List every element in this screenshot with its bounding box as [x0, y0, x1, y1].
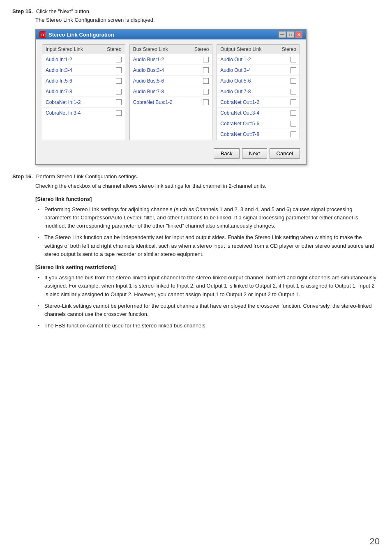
row-label-output-6[interactable]: CobraNet Out:5-6 [220, 121, 259, 127]
row-checkbox-input-2[interactable] [116, 78, 122, 84]
dialog-icon: D [39, 31, 46, 38]
row-checkbox-input-3[interactable] [116, 89, 122, 94]
row-checkbox-output-7[interactable] [291, 131, 296, 137]
table-row: CobraNet In:3-4 [42, 108, 125, 118]
row-checkbox-input-0[interactable] [116, 57, 122, 62]
list-item: ・The Stereo Link function can be indepen… [35, 233, 380, 258]
row-checkbox-output-1[interactable] [291, 67, 296, 73]
step16-block: Step 16. Perform Stereo Link Configurati… [12, 173, 380, 330]
col-header-stereo-bus: Stereo [194, 46, 209, 52]
row-label-input-3[interactable]: Audio In:7-8 [46, 89, 72, 94]
dialog-title: Stereo Link Configuration [48, 32, 114, 38]
table-row: CobraNet Out:7-8 [217, 129, 300, 140]
row-label-bus-0[interactable]: Audio Bus:1-2 [133, 57, 164, 62]
columns-container: Input Stereo LinkStereoAudio In:1-2Audio… [42, 44, 300, 140]
step16-sections: [Stereo link functions]・Performing Stere… [35, 195, 380, 330]
svg-text:D: D [42, 33, 44, 37]
row-checkbox-output-6[interactable] [291, 121, 296, 127]
step15-header: Step 15. Click the "Next" button. [12, 8, 380, 14]
row-label-bus-1[interactable]: Audio Bus:3-4 [133, 67, 164, 73]
row-checkbox-bus-0[interactable] [203, 57, 209, 62]
dialog-titlebar: D Stereo Link Configuration — □ ✕ [36, 30, 306, 39]
table-row: CobraNet Out:5-6 [217, 118, 300, 129]
col-header-label-input: Input Stereo Link [46, 46, 83, 52]
row-checkbox-output-0[interactable] [291, 57, 296, 62]
col-header-bus: Bus Stereo LinkStereo [130, 45, 212, 54]
row-checkbox-input-4[interactable] [116, 99, 122, 105]
minimize-button[interactable]: — [279, 31, 286, 38]
dialog-wrapper: D Stereo Link Configuration — □ ✕ Input … [35, 29, 380, 165]
row-label-output-4[interactable]: CobraNet Out:1-2 [220, 99, 259, 105]
back-button[interactable]: Back [214, 148, 240, 159]
page-number: 20 [370, 536, 380, 547]
step16-header: Step 16. Perform Stereo Link Configurati… [12, 173, 380, 180]
bullet-dot-icon: ・ [35, 274, 42, 282]
row-checkbox-output-5[interactable] [291, 110, 296, 116]
close-button[interactable]: ✕ [295, 31, 302, 38]
table-row: Audio In:3-4 [42, 65, 125, 76]
col-section-input: Input Stereo LinkStereoAudio In:1-2Audio… [42, 44, 125, 140]
col-section-bus: Bus Stereo LinkStereoAudio Bus:1-2Audio … [129, 44, 213, 140]
row-label-output-0[interactable]: Audio Out:1-2 [220, 57, 251, 62]
col-header-stereo-input: Stereo [107, 46, 121, 52]
table-row: Audio Bus:1-2 [130, 54, 212, 65]
table-row: CobraNet Out:3-4 [217, 108, 300, 118]
table-row: CobraNet In:1-2 [42, 97, 125, 108]
step15-number: Step 15. [12, 8, 33, 14]
maximize-button[interactable]: □ [287, 31, 294, 38]
row-label-output-5[interactable]: CobraNet Out:3-4 [220, 110, 259, 116]
bullet-list-0: ・Performing Stereo Link settings for adj… [35, 205, 380, 258]
row-label-output-3[interactable]: Audio Out:7-8 [220, 89, 251, 94]
table-row: Audio Out:3-4 [217, 65, 300, 76]
row-checkbox-bus-2[interactable] [203, 78, 209, 84]
list-item: ・If you assign the bus from the stereo-l… [35, 274, 380, 298]
row-label-bus-2[interactable]: Audio Bus:5-6 [133, 78, 164, 84]
dialog-window-controls: — □ ✕ [279, 31, 302, 38]
table-row: Audio Out:1-2 [217, 54, 300, 65]
table-row: CobraNet Out:1-2 [217, 97, 300, 108]
table-row: Audio Bus:7-8 [130, 86, 212, 97]
row-checkbox-output-2[interactable] [291, 78, 296, 84]
bullet-dot-icon: ・ [35, 205, 42, 214]
bullet-text-1-1: Stereo-Link settings cannot be performed… [44, 302, 380, 318]
bullet-text-0-0: Performing Stereo Link settings for adjo… [44, 205, 380, 230]
step15-sub: The Stereo Link Configuration screen is … [35, 17, 380, 23]
row-checkbox-bus-3[interactable] [203, 89, 209, 94]
section-heading-1: [Stereo link setting restrictions] [35, 263, 380, 272]
bullet-text-1-0: If you assign the bus from the stereo-li… [44, 274, 380, 298]
row-checkbox-output-3[interactable] [291, 89, 296, 94]
bullet-dot-icon: ・ [35, 322, 42, 330]
row-checkbox-bus-1[interactable] [203, 67, 209, 73]
row-label-input-2[interactable]: Audio In:5-6 [46, 78, 72, 84]
row-label-bus-3[interactable]: Audio Bus:7-8 [133, 89, 164, 94]
table-row: Audio Bus:3-4 [130, 65, 212, 76]
bullet-dot-icon: ・ [35, 302, 42, 311]
row-label-input-0[interactable]: Audio In:1-2 [46, 57, 72, 62]
bullet-list-1: ・If you assign the bus from the stereo-l… [35, 274, 380, 330]
step16-sub-text: Checking the checkbox of a channel allow… [35, 183, 266, 189]
row-label-output-1[interactable]: Audio Out:3-4 [220, 67, 251, 73]
row-label-input-1[interactable]: Audio In:3-4 [46, 67, 72, 73]
step15-instruction: Click the "Next" button. [36, 8, 91, 14]
col-header-input: Input Stereo LinkStereo [42, 45, 125, 54]
row-checkbox-input-1[interactable] [116, 67, 122, 73]
row-label-input-4[interactable]: CobraNet In:1-2 [46, 99, 81, 105]
row-checkbox-input-5[interactable] [116, 110, 122, 116]
table-row: Audio In:5-6 [42, 76, 125, 86]
step16-sub: Checking the checkbox of a channel allow… [35, 182, 380, 190]
next-button[interactable]: Next [242, 148, 267, 159]
table-row: Audio Out:5-6 [217, 76, 300, 86]
bullet-text-1-2: The FBS function cannot be used for the … [44, 322, 207, 330]
cancel-button[interactable]: Cancel [270, 148, 300, 159]
table-row: Audio Out:7-8 [217, 86, 300, 97]
row-checkbox-bus-4[interactable] [203, 99, 209, 105]
row-label-bus-4[interactable]: CobraNet Bus:1-2 [133, 99, 173, 105]
list-item: ・Performing Stereo Link settings for adj… [35, 205, 380, 230]
row-label-output-7[interactable]: CobraNet Out:7-8 [220, 131, 259, 137]
row-label-output-2[interactable]: Audio Out:5-6 [220, 78, 251, 84]
col-section-output: Output Stereo LinkStereoAudio Out:1-2Aud… [217, 44, 300, 140]
row-label-input-5[interactable]: CobraNet In:3-4 [46, 110, 81, 116]
row-checkbox-output-4[interactable] [291, 99, 296, 105]
col-header-label-bus: Bus Stereo Link [133, 46, 168, 52]
stereo-link-dialog: D Stereo Link Configuration — □ ✕ Input … [35, 29, 307, 165]
